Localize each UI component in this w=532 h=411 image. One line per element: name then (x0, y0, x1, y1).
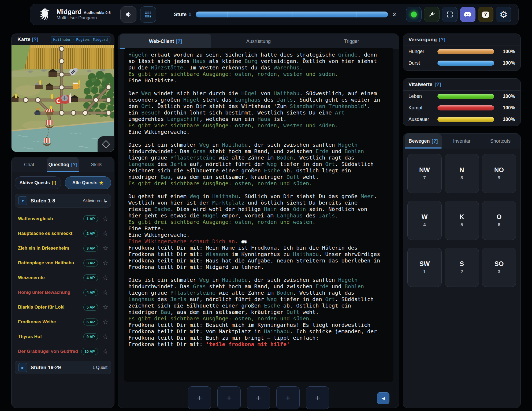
connect-button[interactable] (424, 7, 440, 22)
quest-name[interactable]: Waffenvergleich (18, 216, 81, 221)
log-line: Frodkona teilt Dir mit: Euch zu mir brin… (128, 335, 393, 341)
discord-button[interactable] (460, 7, 475, 22)
hotbar-add-button[interactable]: + (188, 386, 211, 409)
favorite-star-icon[interactable]: ☆ (101, 319, 110, 325)
quest-name[interactable]: Bjarkis Opfer für Loki (18, 305, 81, 310)
vitals-bar-label: Ausdauer (408, 117, 437, 122)
log-line: Frodkona teilt Dir mit: Haus hat die Auf… (128, 257, 393, 264)
quest-row[interactable]: Rattenplage von Haithabu3 AP☆ (15, 256, 111, 270)
quest-name[interactable]: Der Grabhügel von Gudfred (18, 349, 79, 354)
quest-row[interactable]: Der Grabhügel von Gudfred10 AP☆ (15, 344, 111, 359)
direction-label: N (459, 166, 464, 174)
vitals-bar-label: Kampf (408, 105, 437, 111)
tab-skills[interactable]: Skills (80, 157, 113, 172)
quest-name[interactable]: Hauptsache es schmeckt (18, 231, 81, 236)
log-line: Frodkona teilt Dir mit: Mein Name ist Fr… (128, 245, 393, 251)
tab-bewegen[interactable]: Bewegen[?] (405, 134, 442, 149)
level-progress: Stufe 1 2 (174, 12, 406, 17)
active-quests-button[interactable]: Aktive Quests(!) (15, 176, 61, 189)
eyes-emoji: ◉◉ (241, 238, 246, 245)
direction-key: 3 (498, 269, 500, 275)
favorite-star-icon[interactable]: ☆ (101, 304, 110, 310)
help-button[interactable]: ? (478, 7, 493, 22)
map-help-link[interactable]: [?] (32, 36, 38, 42)
quest-row[interactable]: Honig unter Bewachung4 AP☆ (15, 285, 111, 300)
quest-name[interactable]: Rattenplage von Haithabu (18, 260, 81, 266)
quest-name[interactable]: Frodkonas Weihe (18, 319, 81, 325)
log-line: besonders großen Hügel steht das Langhau… (128, 97, 393, 103)
direction-button-o[interactable]: O6 (482, 201, 516, 240)
quest-row[interactable]: Hauptsache es schmeckt2 AP☆ (15, 226, 111, 241)
collapse-icon[interactable]: ▼ (18, 196, 27, 205)
quest-row[interactable]: Weizenernte4 AP☆ (15, 270, 111, 285)
hotbar-add-button[interactable]: + (306, 386, 329, 409)
movement-tabbar: Bewegen[?] Inventar Shortcuts (403, 134, 520, 149)
tab-trigger[interactable]: Trigger (306, 34, 397, 49)
map-diamond-button[interactable] (98, 136, 114, 152)
level-current: 1 (188, 12, 191, 17)
town-map[interactable] (12, 45, 114, 152)
hotbar-add-button[interactable]: + (247, 386, 270, 409)
direction-button-w[interactable]: W4 (407, 201, 442, 240)
direction-key: 7 (423, 175, 426, 181)
tab-questlog[interactable]: Questlog[?] (47, 157, 79, 172)
quest-ap-badge: 4 AP (83, 274, 98, 281)
vitals-bar-track (437, 117, 494, 122)
direction-button-n[interactable]: N8 (445, 154, 479, 193)
tab-shortcuts[interactable]: Shortcuts (482, 134, 519, 149)
favorite-star-icon[interactable]: ☆ (101, 260, 110, 266)
direction-key: 1 (423, 269, 426, 275)
direction-button-nw[interactable]: NW7 (407, 154, 442, 193)
quest-row[interactable]: Bjarkis Opfer für Loki5 AP☆ (15, 300, 111, 314)
connection-status-button[interactable] (406, 7, 422, 22)
favorite-star-icon[interactable]: ☆ (101, 289, 110, 296)
top-bar: MidgardAudhumbla 0.6 Multi User Dungeon … (30, 4, 519, 25)
quest-name[interactable]: Weizenernte (18, 275, 81, 280)
tab-web-client[interactable]: Web-Client[?] (120, 34, 211, 49)
tab-chat[interactable]: Chat (13, 157, 45, 172)
tab-ausruestung[interactable]: Ausrüstung (213, 34, 304, 49)
quest-row[interactable]: Frodkonas Weihe6 AP☆ (15, 314, 111, 329)
favorite-star-icon[interactable]: ☆ (101, 348, 110, 355)
collapse-sidebar-button[interactable]: ◀ (377, 392, 389, 404)
direction-button-sw[interactable]: SW1 (407, 248, 442, 287)
hotbar-add-button[interactable]: + (276, 386, 300, 409)
quest-row[interactable]: Waffenvergleich1 AP☆ (15, 211, 111, 226)
log-line: Langhaus des Jarls auf, nördlich führt d… (128, 296, 393, 302)
favorite-star-icon[interactable]: ☆ (101, 245, 110, 251)
quest-name[interactable]: Honig unter Bewachung (18, 290, 81, 295)
sound-button[interactable] (120, 6, 136, 23)
log-line: hindurchwindet. Das Gras steht hoch am R… (128, 148, 393, 154)
quest-group-open[interactable]: ▼ Stufen 1-8 Aktivieren (15, 194, 111, 208)
direction-button-no[interactable]: NO9 (482, 154, 516, 193)
log-line: Ein Besuch dorthin lohnt sich bestimmt. … (128, 109, 393, 116)
favorite-star-icon[interactable]: ☆ (101, 333, 110, 340)
game-log[interactable]: Hügeln erbaut worden zu sein. Sicherlich… (124, 48, 393, 382)
quest-row[interactable]: Zieh ein in Briesenheim3 AP☆ (15, 241, 111, 256)
favorite-star-icon[interactable]: ☆ (101, 215, 110, 222)
stats-button[interactable] (140, 6, 156, 23)
quest-name[interactable]: Thyras Hof (18, 334, 81, 339)
fullscreen-button[interactable] (442, 7, 457, 22)
hotbar-add-button[interactable]: + (217, 386, 241, 409)
direction-button-s[interactable]: S2 (445, 248, 479, 287)
log-line (128, 270, 393, 277)
plug-icon (428, 11, 436, 18)
direction-button-so[interactable]: SO3 (482, 248, 516, 287)
quest-name[interactable]: Zieh ein in Briesenheim (18, 246, 81, 251)
quest-group-closed[interactable]: ▶ Stufen 19-29 1 Quest (15, 361, 111, 374)
direction-button-k[interactable]: K5 (445, 201, 479, 240)
favorite-star-icon[interactable]: ☆ (101, 230, 110, 237)
vitals-help-link[interactable]: [?] (434, 82, 441, 87)
log-line: niedriger Bau, aus dem ein seltsamer, kr… (128, 174, 393, 180)
favorite-star-icon[interactable]: ☆ (101, 274, 110, 281)
tab-inventar[interactable]: Inventar (443, 134, 480, 149)
vitals-bar-track (437, 105, 494, 110)
activate-all-button[interactable]: Aktivieren (83, 198, 107, 203)
settings-button[interactable]: ⚙ (496, 7, 511, 22)
expand-icon[interactable]: ▶ (18, 363, 27, 372)
supply-help-link[interactable]: [?] (439, 37, 445, 43)
quest-row[interactable]: Thyras Hof9 AP☆ (15, 329, 111, 344)
all-quests-button[interactable]: Alle Quests★ (65, 176, 111, 189)
quest-filters: Aktive Quests(!) Alle Quests★ (12, 172, 114, 192)
